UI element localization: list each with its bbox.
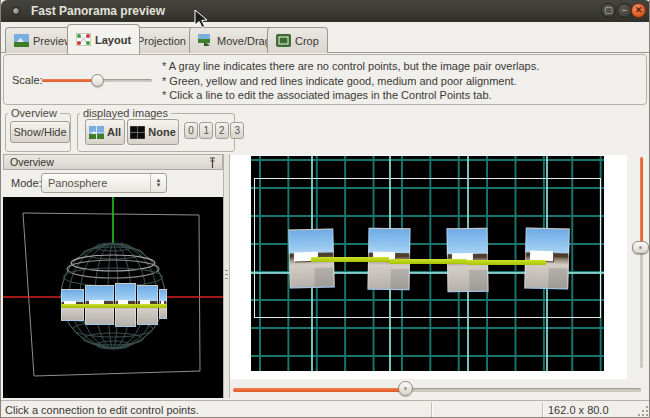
overview-pane-caption[interactable]: Overview	[3, 154, 223, 170]
tab-bar: PreviewLayoutProjectionMove/DragCrop	[1, 23, 650, 53]
displayed-images-group-label: displayed images	[80, 107, 171, 119]
panosphere-3d-view[interactable]	[3, 197, 223, 398]
toggle-image-1-button[interactable]: 1	[199, 122, 213, 139]
status-bar: Click a connection to edit control point…	[1, 400, 650, 418]
overview-group-label: Overview	[8, 107, 60, 119]
instruction-line: * Click a line to edit the associated im…	[162, 88, 539, 103]
tab-label: Projection	[137, 35, 186, 47]
instruction-line: * A gray line indicates there are no con…	[162, 59, 539, 74]
overview-mode-row: Mode: Panosphere ▲▼	[3, 170, 223, 197]
status-separator	[542, 402, 543, 417]
scale-slider-handle[interactable]	[91, 74, 104, 87]
overview-pane-title: Overview	[10, 156, 54, 168]
panorama-grid-area[interactable]	[251, 156, 604, 371]
tab-label: Move/Drag	[217, 35, 271, 47]
minimize-button[interactable]: –	[617, 3, 632, 18]
status-separator	[431, 402, 432, 417]
canvas-size-value: 162.0 x 80.0	[548, 403, 609, 417]
layout-canvas-viewport[interactable]	[230, 155, 627, 379]
tab-label: Crop	[295, 35, 319, 47]
resize-grip-icon[interactable]	[638, 405, 649, 416]
preview-icon	[14, 34, 29, 47]
instruction-line: * Green, yellow and red lines indicate g…	[162, 74, 539, 89]
mouse-cursor	[194, 9, 208, 29]
toggle-image-3-button[interactable]: 3	[230, 122, 244, 139]
no-images-icon	[130, 126, 145, 139]
show-hide-button[interactable]: Show/Hide	[10, 121, 70, 143]
canvas-v-slider-fill	[640, 157, 643, 247]
image-connection-line[interactable]	[467, 260, 546, 265]
canvas-h-slider-fill	[233, 388, 405, 392]
canvas-h-slider[interactable]	[233, 388, 641, 392]
mode-selected-value: Panosphere	[48, 177, 107, 189]
canvas-v-slider-handle[interactable]	[632, 241, 649, 254]
tab-layout[interactable]: Layout	[67, 24, 140, 54]
toggle-image-0-button[interactable]: 0	[184, 122, 198, 139]
show-all-images-button[interactable]: All	[85, 119, 125, 145]
canvas-h-slider-handle[interactable]	[398, 381, 413, 396]
layout-icon	[76, 33, 91, 46]
close-button[interactable]: ✕	[631, 3, 646, 18]
fast-panorama-preview-window: Fast Panorama preview ▢ – ✕ PreviewLayou…	[0, 0, 650, 418]
image-connection-line[interactable]	[311, 257, 389, 262]
instruction-text: * A gray line indicates there are no con…	[162, 59, 539, 103]
toggle-image-2-button[interactable]: 2	[215, 122, 229, 139]
show-hide-label: Show/Hide	[13, 126, 66, 138]
sphere-connection-line[interactable]	[61, 304, 167, 308]
scale-slider-fill	[42, 79, 97, 82]
mode-label: Mode:	[11, 177, 42, 189]
combo-spin-arrows-icon[interactable]: ▲▼	[150, 174, 166, 192]
show-no-images-button[interactable]: None	[127, 119, 179, 145]
none-label: None	[148, 126, 176, 138]
image-connection-line[interactable]	[389, 259, 467, 264]
all-images-icon	[89, 126, 104, 139]
window-title: Fast Panorama preview	[31, 4, 165, 18]
canvas-v-slider[interactable]	[640, 157, 643, 368]
crop-icon	[276, 34, 291, 47]
title-bar[interactable]: Fast Panorama preview ▢ – ✕	[1, 0, 650, 22]
scale-label: Scale:	[12, 74, 43, 86]
all-label: All	[107, 126, 121, 138]
pin-icon[interactable]	[207, 157, 218, 171]
app-icon	[12, 7, 20, 15]
tab-label: Layout	[95, 34, 131, 46]
layout-info-panel: Scale: * A gray line indicates there are…	[3, 54, 647, 105]
splitter-grip-icon	[225, 270, 228, 279]
source-image-thumbnail[interactable]	[524, 227, 570, 289]
pane-splitter[interactable]	[223, 154, 230, 398]
maximize-button[interactable]: ▢	[601, 3, 616, 18]
move-drag-icon	[198, 34, 213, 47]
status-message: Click a connection to edit control point…	[5, 403, 199, 417]
mode-select[interactable]: Panosphere ▲▼	[41, 173, 167, 193]
tab-crop[interactable]: Crop	[267, 27, 328, 53]
